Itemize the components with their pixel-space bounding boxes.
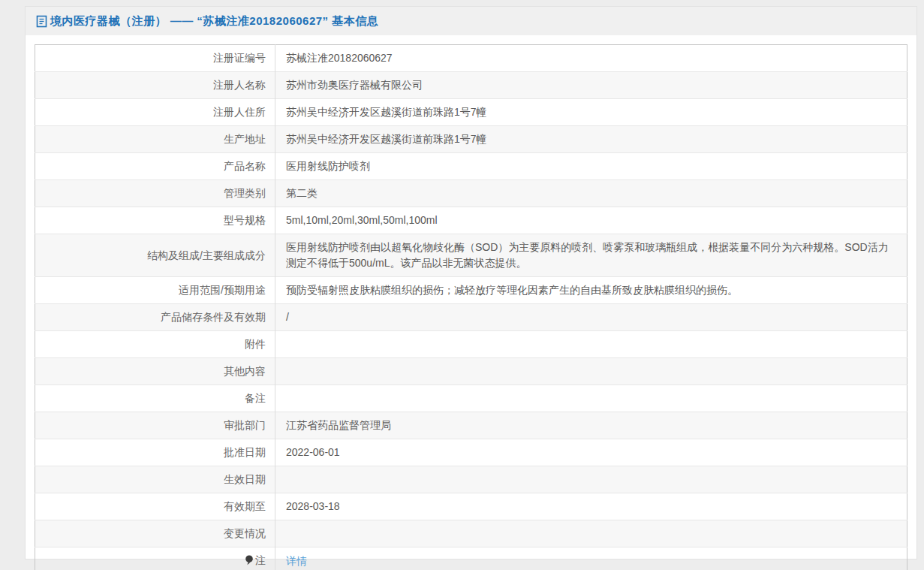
row-value xyxy=(275,331,907,358)
table-row: 适用范围/预期用途预防受辐射照皮肤粘膜组织的损伤；减轻放疗等理化因素产生的自由基… xyxy=(35,277,907,304)
row-value: 江苏省药品监督管理局 xyxy=(275,412,907,439)
row-label: 备注 xyxy=(35,385,275,412)
table-row: 注册人住所苏州吴中经济开发区越溪街道前珠路1号7幢 xyxy=(35,99,907,126)
row-value xyxy=(275,385,907,412)
table-row: 有效期至2028-03-18 xyxy=(35,493,907,520)
table-row: 注册证编号苏械注准20182060627 xyxy=(35,45,907,72)
table-row: 管理类别第二类 xyxy=(35,180,907,207)
row-label: 审批部门 xyxy=(35,412,275,439)
row-value xyxy=(275,466,907,493)
table-row: 型号规格5ml,10ml,20ml,30ml,50ml,100ml xyxy=(35,207,907,234)
row-label: 产品名称 xyxy=(35,153,275,180)
row-label: 有效期至 xyxy=(35,493,275,520)
table-row: 结构及组成/主要组成成分医用射线防护喷剂由以超氧化物歧化酶（SOD）为主要原料的… xyxy=(35,234,907,277)
row-label: 产品储存条件及有效期 xyxy=(35,304,275,331)
row-value xyxy=(275,520,907,547)
page-title: 境内医疗器械（注册） —— “苏械注准20182060627” 基本信息 xyxy=(50,14,378,29)
registration-table: 注册证编号苏械注准20182060627注册人名称苏州市劲奥医疗器械有限公司注册… xyxy=(35,44,907,570)
row-label: 注册人住所 xyxy=(35,99,275,126)
table-row: 生产地址苏州吴中经济开发区越溪街道前珠路1号7幢 xyxy=(35,126,907,153)
row-label: 生产地址 xyxy=(35,126,275,153)
table-row: 附件 xyxy=(35,331,907,358)
row-label: 生效日期 xyxy=(35,466,275,493)
row-value: 2022-06-01 xyxy=(275,439,907,466)
registration-info-panel: 境内医疗器械（注册） —— “苏械注准20182060627” 基本信息 注册证… xyxy=(25,6,917,559)
table-row: 备注 xyxy=(35,385,907,412)
document-icon xyxy=(36,15,47,28)
row-label: 注册证编号 xyxy=(35,45,275,72)
row-value: 详情 xyxy=(275,547,907,570)
table-row: 审批部门江苏省药品监督管理局 xyxy=(35,412,907,439)
row-value xyxy=(275,358,907,385)
table-row: 产品名称医用射线防护喷剂 xyxy=(35,153,907,180)
table-row: 批准日期2022-06-01 xyxy=(35,439,907,466)
row-label: 适用范围/预期用途 xyxy=(35,277,275,304)
row-label: 批准日期 xyxy=(35,439,275,466)
row-label: 管理类别 xyxy=(35,180,275,207)
row-value: 苏州吴中经济开发区越溪街道前珠路1号7幢 xyxy=(275,126,907,153)
row-label: 注 xyxy=(35,547,275,570)
row-value: 2028-03-18 xyxy=(275,493,907,520)
row-value: 医用射线防护喷剂 xyxy=(275,153,907,180)
row-label: 结构及组成/主要组成成分 xyxy=(35,234,275,277)
row-label: 型号规格 xyxy=(35,207,275,234)
registration-table-body: 注册证编号苏械注准20182060627注册人名称苏州市劲奥医疗器械有限公司注册… xyxy=(35,45,907,570)
table-row: 其他内容 xyxy=(35,358,907,385)
row-label: 注册人名称 xyxy=(35,72,275,99)
table-row: 变更情况 xyxy=(35,520,907,547)
detail-link[interactable]: 详情 xyxy=(286,555,307,567)
row-value: 医用射线防护喷剂由以超氧化物歧化酶（SOD）为主要原料的喷剂、喷雾泵和玻璃瓶组成… xyxy=(275,234,907,277)
row-label: 附件 xyxy=(35,331,275,358)
table-row: 生效日期 xyxy=(35,466,907,493)
row-value: 苏州吴中经济开发区越溪街道前珠路1号7幢 xyxy=(275,99,907,126)
row-value: 第二类 xyxy=(275,180,907,207)
row-value: / xyxy=(275,304,907,331)
row-value: 预防受辐射照皮肤粘膜组织的损伤；减轻放疗等理化因素产生的自由基所致皮肤粘膜组织的… xyxy=(275,277,907,304)
row-value: 苏械注准20182060627 xyxy=(275,45,907,72)
row-value: 5ml,10ml,20ml,30ml,50ml,100ml xyxy=(275,207,907,234)
panel-header: 境内医疗器械（注册） —— “苏械注准20182060627” 基本信息 xyxy=(26,7,916,35)
table-row: 产品储存条件及有效期/ xyxy=(35,304,907,331)
note-balloon-icon xyxy=(245,554,254,570)
table-row: 注详情 xyxy=(35,547,907,570)
table-row: 注册人名称苏州市劲奥医疗器械有限公司 xyxy=(35,72,907,99)
row-label: 变更情况 xyxy=(35,520,275,547)
row-value: 苏州市劲奥医疗器械有限公司 xyxy=(275,72,907,99)
row-label: 其他内容 xyxy=(35,358,275,385)
